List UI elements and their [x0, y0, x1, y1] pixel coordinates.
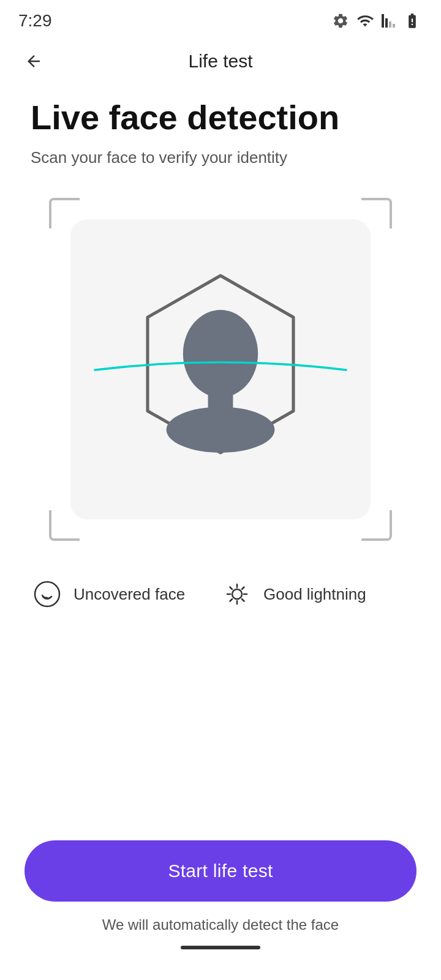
gear-icon [332, 12, 349, 29]
scan-inner [70, 219, 371, 519]
start-life-test-button[interactable]: Start life test [24, 840, 417, 902]
battery-icon [402, 12, 423, 29]
uncovered-face-status: Uncovered face [31, 578, 221, 611]
back-button[interactable] [18, 46, 49, 77]
scan-area [49, 198, 392, 541]
svg-line-14 [230, 599, 233, 601]
page-subtitle: Scan your face to verify your identity [31, 148, 410, 167]
bottom-section: Start life test We will automatically de… [0, 840, 441, 980]
status-bar: 7:29 [0, 0, 441, 37]
face-uncovered-icon [31, 578, 64, 611]
status-icons [332, 12, 423, 29]
svg-point-5 [36, 583, 58, 605]
svg-point-1 [183, 310, 258, 398]
svg-point-3 [167, 407, 275, 453]
good-lightning-label: Good lightning [263, 585, 366, 604]
face-illustration [116, 265, 325, 473]
page-heading: Live face detection [31, 98, 410, 137]
auto-detect-text: We will automatically detect the face [24, 916, 417, 933]
status-row: Uncovered face Good lightning [0, 578, 441, 611]
sun-icon [221, 578, 254, 611]
good-lightning-status: Good lightning [221, 578, 410, 611]
face-area [70, 219, 371, 519]
back-arrow-icon [24, 52, 43, 70]
status-time: 7:29 [18, 11, 52, 31]
main-content: Live face detection Scan your face to ve… [0, 86, 441, 541]
signal-icon [381, 12, 396, 29]
nav-bar: Life test [0, 37, 441, 86]
uncovered-face-label: Uncovered face [74, 585, 185, 604]
svg-line-12 [242, 599, 244, 601]
svg-point-4 [35, 582, 59, 606]
home-indicator [181, 946, 260, 949]
wifi-icon [355, 12, 375, 29]
svg-line-11 [230, 587, 233, 590]
nav-title: Life test [188, 51, 252, 72]
svg-point-6 [232, 589, 242, 599]
svg-line-13 [242, 587, 244, 590]
